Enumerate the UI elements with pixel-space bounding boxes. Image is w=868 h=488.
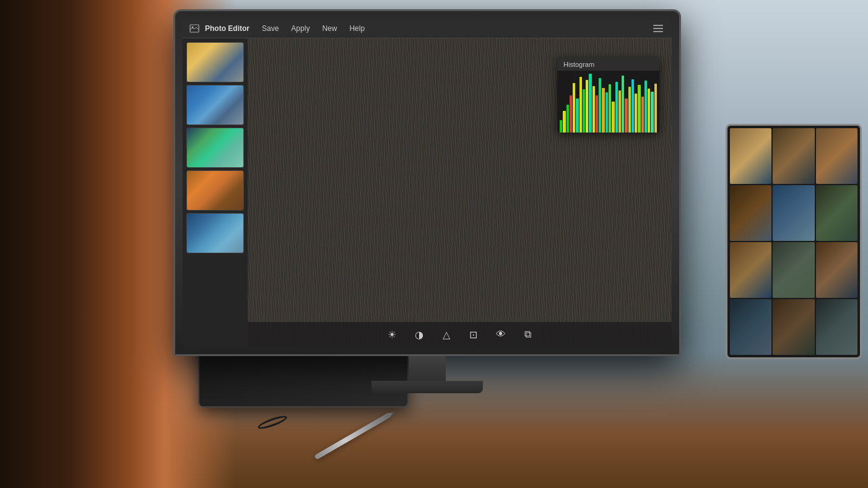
histogram-bar [622,76,624,133]
thumbnail-panel [183,38,248,347]
hamburger-line [653,25,663,26]
histogram-bar [609,84,611,133]
laptop-photo [773,185,814,241]
thumbnail-item[interactable] [186,128,244,168]
menu-bar-right [651,22,666,35]
mask-tool-icon[interactable]: 👁 [493,327,508,342]
histogram-bar [625,98,627,133]
histogram-bar [579,77,582,133]
histogram-bar [576,98,578,133]
hamburger-line [653,28,663,29]
laptop-photo [773,299,814,355]
brightness-tool-icon[interactable]: ☀ [384,327,399,342]
histogram-bar [605,92,608,133]
editor-content: Histogram ☀ ◑ △ ⊡ 👁 ⧉ [183,38,672,347]
histogram-bar [638,85,640,133]
histogram-bar [563,111,565,133]
histogram-bar [599,78,601,133]
laptop-photo [816,242,857,298]
contrast-tool-icon[interactable]: ◑ [412,327,427,342]
laptop-photo [773,128,814,184]
histogram-bar [648,89,650,133]
menu-bar-left: Photo Editor Save Apply New Help [189,23,651,34]
menu-apply[interactable]: Apply [286,23,315,34]
histogram-title: Histogram [557,57,659,71]
monitor-outer: Photo Editor Save Apply New Help [173,9,681,356]
thumbnail-item[interactable] [186,170,244,211]
app-icon [189,23,200,34]
canvas-toolbar: ☀ ◑ △ ⊡ 👁 ⧉ [248,322,672,347]
histogram-panel: Histogram [557,57,659,133]
histogram-bar [644,81,647,133]
laptop-photo [773,242,814,298]
histogram-bar [560,120,562,133]
laptop-photo [730,299,771,355]
laptop-screen [726,124,862,359]
histogram-bar [635,94,637,133]
monitor-stand-base [371,381,483,393]
menu-bar: Photo Editor Save Apply New Help [183,19,672,38]
histogram-bar [641,97,644,133]
histogram-bar [586,80,588,133]
histogram-bar [618,90,621,133]
thumbnail-item[interactable] [186,213,244,253]
histogram-bar [631,79,634,133]
menu-help[interactable]: Help [344,23,370,34]
histogram-bar [573,83,575,133]
laptop-photo [730,128,771,184]
laptop-photo [730,242,771,298]
histogram-bar [654,84,657,133]
monitor-stand-neck [409,356,446,381]
histogram-bar [570,95,572,133]
histogram-bar [583,89,585,133]
hamburger-line [653,31,663,32]
app-title: Photo Editor [205,24,250,33]
histogram-bar [566,105,569,133]
histogram-bar [589,74,591,133]
laptop-photo [730,185,771,241]
monitor: Photo Editor Save Apply New Help [173,9,681,393]
histogram-bar [651,92,653,133]
histogram-bar [596,95,598,133]
menu-new[interactable]: New [317,23,342,34]
menu-save[interactable]: Save [257,23,284,34]
laptop [713,124,868,434]
laptop-photo [816,299,857,355]
crop-tool-icon[interactable]: ⊡ [466,327,481,342]
histogram-bar [628,87,631,133]
thumbnail-item[interactable] [186,85,244,125]
histogram-bar [615,82,618,133]
laptop-photo [816,128,857,184]
histogram-bar [612,102,614,133]
laptop-photo [816,185,857,241]
histogram-chart [557,71,659,133]
canvas-area[interactable]: Histogram ☀ ◑ △ ⊡ 👁 ⧉ [248,38,672,347]
histogram-bar [602,88,604,133]
hamburger-menu-icon[interactable] [651,22,666,35]
histogram-bar [592,86,595,133]
layers-tool-icon[interactable]: ⧉ [521,327,536,342]
curves-tool-icon[interactable]: △ [439,327,454,342]
thumbnail-item[interactable] [186,42,244,82]
monitor-screen: Photo Editor Save Apply New Help [183,19,672,347]
